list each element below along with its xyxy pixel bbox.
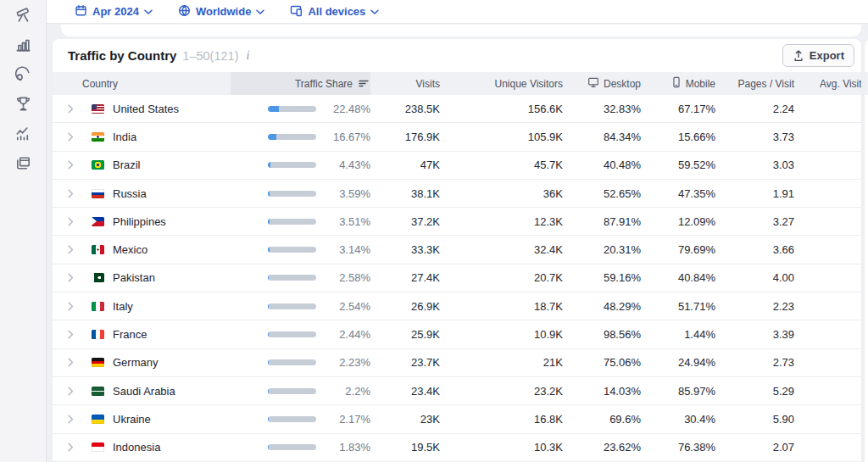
table-row[interactable]: India 16.67% 176.9K 105.9K 84.34% 15.66%… — [53, 123, 861, 151]
sidebar-item-top-performers[interactable] — [8, 96, 38, 115]
chevron-down-icon — [256, 5, 264, 18]
export-button[interactable]: Export — [782, 44, 854, 67]
column-header-traffic-share[interactable]: Traffic Share — [231, 72, 370, 95]
device-filter-label: All devices — [308, 5, 365, 18]
table-row[interactable]: Saudi Arabia 2.2% 23.4K 23.2K 14.03% 85.… — [53, 377, 861, 405]
date-filter-dropdown[interactable]: Apr 2024 — [75, 4, 153, 19]
country-name: India — [113, 131, 136, 143]
expand-chevron-icon[interactable] — [68, 160, 78, 170]
table-row[interactable]: Brazil 4.43% 47K 45.7K 40.48% 59.52% 3.0… — [53, 152, 861, 180]
traffic-share-value: 16.67% — [326, 131, 370, 143]
mobile-share-value: 15.66% — [641, 131, 715, 143]
table-row[interactable]: Mexico 3.14% 33.3K 32.4K 20.31% 79.69% 3… — [53, 236, 861, 264]
country-flag-icon — [92, 415, 104, 424]
country-flag-icon — [92, 160, 104, 170]
traffic-share-fill — [268, 219, 270, 225]
sidebar-item-overview[interactable] — [8, 7, 38, 26]
column-header-visits[interactable]: Visits — [370, 78, 440, 90]
expand-chevron-icon[interactable] — [68, 302, 78, 311]
column-header-country[interactable]: Country — [53, 78, 231, 90]
sidebar-item-pages[interactable] — [8, 155, 38, 175]
traffic-share-fill — [268, 388, 269, 394]
bar-chart-icon — [14, 35, 33, 58]
traffic-share-bar — [268, 444, 316, 450]
table-row[interactable]: Russia 3.59% 38.1K 36K 52.65% 47.35% 1.9… — [53, 180, 861, 208]
result-range: 1–50(121) — [182, 49, 238, 63]
traffic-share-fill — [268, 247, 270, 253]
sidebar-item-insights[interactable] — [8, 66, 38, 86]
expand-chevron-icon[interactable] — [68, 358, 78, 367]
traffic-share-value: 3.14% — [326, 243, 370, 256]
sidebar-item-analytics[interactable] — [8, 36, 38, 56]
traffic-share-bar — [268, 247, 316, 253]
table-row[interactable]: Italy 2.54% 26.9K 18.7K 48.29% 51.71% 2.… — [53, 292, 861, 320]
region-filter-dropdown[interactable]: Worldwide — [178, 4, 264, 19]
column-header-mobile[interactable]: Mobile — [641, 76, 715, 91]
visits-value: 176.9K — [370, 131, 440, 143]
column-header-pages-visit[interactable]: Pages / Visit — [715, 78, 794, 90]
date-filter-label: Apr 2024 — [92, 5, 139, 18]
country-name: Germany — [113, 356, 158, 369]
desktop-share-value: 69.6% — [563, 413, 641, 426]
expand-chevron-icon[interactable] — [68, 443, 78, 452]
table-row[interactable]: France 2.44% 25.9K 10.9K 98.56% 1.44% 3.… — [53, 320, 861, 348]
traffic-share-value: 1.83% — [326, 441, 370, 454]
unique-visitors-value: 18.7K — [440, 300, 563, 313]
unique-visitors-value: 45.7K — [440, 159, 563, 171]
mobile-share-value: 85.97% — [641, 385, 715, 398]
unique-visitors-value: 10.9K — [440, 328, 563, 341]
expand-chevron-icon[interactable] — [68, 104, 78, 114]
visits-value: 47K — [370, 159, 440, 171]
mobile-share-value: 59.52% — [641, 159, 715, 171]
expand-chevron-icon[interactable] — [68, 132, 78, 142]
pages-per-visit-value: 5.90 — [715, 413, 794, 426]
traffic-share-value: 3.59% — [326, 187, 370, 200]
expand-chevron-icon[interactable] — [68, 217, 78, 226]
expand-chevron-icon[interactable] — [68, 273, 78, 282]
visits-value: 37.2K — [370, 215, 440, 228]
pages-per-visit-value: 1.91 — [715, 187, 794, 200]
pages-per-visit-value: 2.23 — [715, 300, 794, 313]
pages-per-visit-value: 3.73 — [715, 131, 794, 143]
country-name: United States — [113, 103, 179, 115]
table-body: United States 22.48% 238.5K 156.6K 32.83… — [53, 95, 861, 462]
unique-visitors-value: 23.2K — [440, 385, 563, 398]
table-row[interactable]: Germany 2.23% 23.7K 21K 75.06% 24.94% 2.… — [53, 349, 861, 377]
country-flag-icon — [92, 302, 104, 311]
traffic-share-fill — [268, 416, 269, 422]
table-row[interactable]: Ukraine 2.17% 23K 16.8K 69.6% 30.4% 5.90 — [53, 405, 861, 433]
table-row[interactable]: Pakistan 2.58% 27.4K 20.7K 59.16% 40.84%… — [53, 264, 861, 292]
traffic-by-country-card: Traffic by Country 1–50(121) i Export Co… — [53, 39, 861, 462]
unique-visitors-value: 12.3K — [440, 215, 563, 228]
previous-card-edge — [61, 25, 861, 36]
country-flag-icon — [92, 273, 104, 282]
visits-value: 33.3K — [370, 243, 440, 256]
expand-chevron-icon[interactable] — [68, 387, 78, 396]
column-header-avg-visit-duration[interactable]: Avg. Visit Duration — [794, 78, 861, 90]
expand-chevron-icon[interactable] — [68, 330, 78, 339]
visits-value: 23K — [370, 413, 440, 426]
visits-value: 238.5K — [370, 103, 440, 115]
traffic-share-bar — [268, 388, 316, 394]
table-row[interactable]: United States 22.48% 238.5K 156.6K 32.83… — [53, 95, 861, 123]
table-row[interactable]: Indonesia 1.83% 19.5K 10.3K 23.62% 76.38… — [53, 434, 861, 462]
country-name: Italy — [113, 300, 133, 313]
traffic-share-fill — [268, 134, 276, 140]
column-header-unique-visitors[interactable]: Unique Visitors — [440, 78, 563, 90]
traffic-share-fill — [268, 162, 270, 168]
expand-chevron-icon[interactable] — [68, 415, 78, 424]
filter-topbar: Apr 2024 Worldwide All devices — [47, 0, 868, 24]
desktop-share-value: 40.48% — [563, 159, 641, 171]
mobile-share-value: 12.09% — [641, 215, 715, 228]
visits-value: 26.9K — [370, 300, 440, 313]
table-row[interactable]: Philippines 3.51% 37.2K 12.3K 87.91% 12.… — [53, 208, 861, 236]
traffic-share-value: 2.2% — [326, 385, 370, 398]
sidebar-item-trends[interactable] — [8, 125, 38, 145]
info-icon[interactable]: i — [246, 49, 249, 63]
column-header-desktop[interactable]: Desktop — [563, 76, 641, 91]
expand-chevron-icon[interactable] — [68, 245, 78, 254]
country-flag-icon — [92, 358, 104, 367]
expand-chevron-icon[interactable] — [68, 189, 78, 198]
device-filter-dropdown[interactable]: All devices — [290, 4, 379, 19]
icon-sidebar — [0, 0, 47, 462]
